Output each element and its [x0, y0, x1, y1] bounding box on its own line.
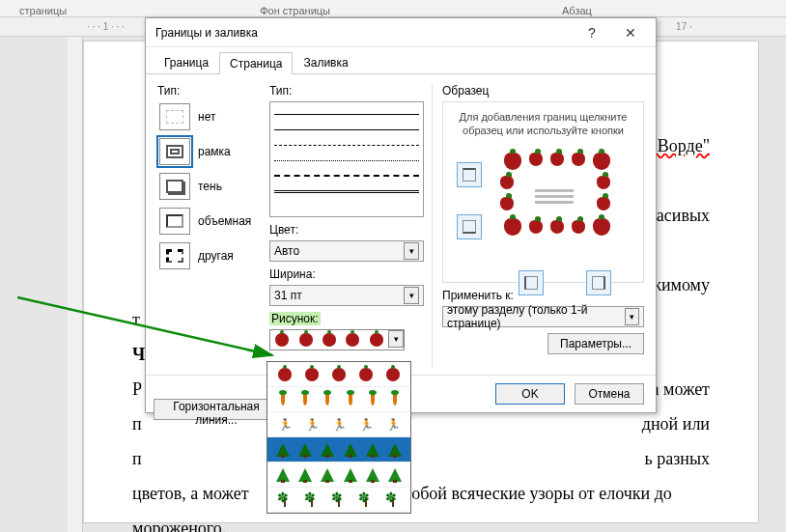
- cancel-button[interactable]: Отмена: [575, 383, 644, 405]
- setting-label-text: объемная: [198, 214, 251, 228]
- color-combo[interactable]: Авто ▾: [269, 240, 424, 262]
- apply-to-value: этому разделу (только 1-й странице): [447, 303, 625, 330]
- dialog-titlebar[interactable]: Границы и заливка ? ✕: [146, 18, 656, 47]
- picture-label: Рисунок:: [269, 312, 424, 325]
- setting-3d[interactable]: объемная: [157, 206, 262, 237]
- setting-box[interactable]: рамка: [157, 136, 262, 167]
- style-label: Тип:: [269, 84, 424, 98]
- tab-page[interactable]: Страница: [219, 52, 293, 74]
- setting-label-text: рамка: [198, 145, 231, 158]
- art-option[interactable]: [267, 488, 410, 513]
- chevron-down-icon: ▾: [404, 287, 419, 304]
- ribbon-group-label: Абзац: [562, 5, 592, 16]
- chevron-down-icon: ▾: [388, 330, 404, 348]
- ribbon-groups: страницы Фон страницы Абзац: [0, 0, 786, 17]
- art-dropdown-list[interactable]: 🏃🏃🏃🏃🏃: [267, 361, 411, 514]
- line-style-list[interactable]: [269, 101, 424, 217]
- tab-shading[interactable]: Заливка: [293, 51, 358, 73]
- help-button[interactable]: ?: [573, 19, 611, 46]
- preview-label: Образец: [442, 84, 644, 98]
- page-text: мороженого.: [132, 511, 710, 532]
- vertical-ruler: [68, 37, 83, 532]
- preview-hint: Для добавления границ щелкните образец и…: [451, 110, 635, 138]
- ribbon-group-label: страницы: [19, 5, 67, 16]
- edge-top-button[interactable]: [457, 162, 482, 187]
- borders-shading-dialog: Границы и заливка ? ✕ Граница Страница З…: [145, 17, 657, 413]
- close-button[interactable]: ✕: [611, 19, 650, 46]
- dialog-title: Границы и заливка: [155, 26, 573, 40]
- art-combo[interactable]: ▾: [269, 329, 405, 350]
- edge-bottom-button[interactable]: [457, 214, 482, 239]
- options-button[interactable]: Параметры...: [547, 333, 644, 354]
- tab-border[interactable]: Граница: [154, 51, 219, 73]
- setting-label-text: нет: [198, 110, 215, 124]
- dialog-tabs: Граница Страница Заливка: [146, 47, 656, 74]
- chevron-down-icon: ▾: [625, 308, 639, 325]
- setting-label: Тип:: [157, 84, 262, 98]
- apply-to-combo[interactable]: этому разделу (только 1-й странице) ▾: [442, 306, 644, 327]
- setting-shadow[interactable]: тень: [157, 171, 262, 202]
- chevron-down-icon: ▾: [404, 242, 419, 260]
- width-label: Ширина:: [269, 267, 424, 281]
- art-option[interactable]: 🏃🏃🏃🏃🏃: [267, 412, 410, 437]
- horizontal-line-button[interactable]: Горизонтальная линия...: [154, 399, 279, 420]
- edge-left-button[interactable]: [519, 270, 544, 295]
- setting-none[interactable]: нет: [157, 101, 262, 132]
- preview-sample[interactable]: [496, 153, 612, 238]
- art-option[interactable]: [267, 362, 410, 387]
- ribbon-group-label: Фон страницы: [260, 5, 330, 16]
- art-option[interactable]: [267, 462, 410, 488]
- art-option[interactable]: [267, 437, 410, 462]
- width-combo[interactable]: 31 пт ▾: [269, 285, 424, 306]
- setting-label-text: другая: [198, 249, 234, 263]
- ok-button[interactable]: OK: [495, 383, 565, 405]
- page-text: пь разных: [132, 441, 710, 476]
- edge-right-button[interactable]: [586, 270, 611, 295]
- setting-custom[interactable]: другая: [157, 240, 262, 271]
- preview-area: Для добавления границ щелкните образец и…: [442, 101, 644, 283]
- color-label: Цвет:: [269, 223, 424, 237]
- width-value: 31 пт: [274, 289, 302, 302]
- art-option[interactable]: [267, 387, 410, 412]
- page-text: цветов, а можетть собой всяческие узоры …: [132, 476, 710, 511]
- color-value: Авто: [274, 244, 299, 258]
- setting-label-text: тень: [198, 180, 222, 193]
